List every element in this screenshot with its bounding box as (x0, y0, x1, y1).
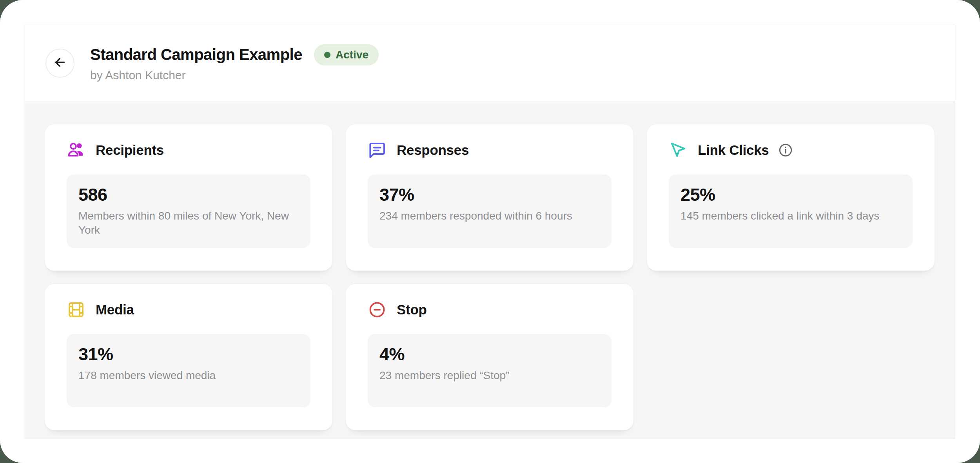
cards-grid: Recipients 586 Members within 80 miles o… (25, 101, 955, 439)
title-block: Standard Campaign Example Active by Asht… (90, 44, 379, 82)
stop-circle-icon (368, 300, 387, 319)
stat-card: Responses 37% 234 members responded with… (345, 124, 634, 271)
stat-description: Members within 80 miles of New York, New… (78, 209, 299, 237)
stat-value: 4% (379, 345, 600, 363)
stat-description: 145 members clicked a link within 3 days (681, 209, 901, 223)
stat-card-header: Link Clicks (669, 141, 913, 160)
stat-box: 4% 23 members replied “Stop” (368, 334, 612, 407)
info-icon[interactable] (778, 142, 793, 158)
stat-box: 25% 145 members clicked a link within 3 … (669, 174, 913, 248)
stat-card: Media 31% 178 members viewed media (44, 283, 333, 430)
stat-card-header: Recipients (67, 141, 310, 160)
stat-box: 37% 234 members responded within 6 hours (368, 174, 612, 248)
stat-card: Stop 4% 23 members replied “Stop” (345, 283, 634, 430)
stat-description: 178 members viewed media (78, 369, 299, 383)
status-badge: Active (314, 44, 379, 65)
stat-value: 586 (78, 185, 299, 204)
stat-card-header: Stop (368, 300, 612, 319)
message-square-icon (368, 141, 387, 160)
arrow-left-icon (53, 55, 67, 71)
stat-box: 586 Members within 80 miles of New York,… (67, 174, 310, 248)
film-icon (67, 300, 85, 319)
status-dot-icon (324, 52, 330, 58)
page-title: Standard Campaign Example (90, 46, 302, 64)
stat-card: Recipients 586 Members within 80 miles o… (44, 124, 333, 271)
stat-description: 234 members responded within 6 hours (379, 209, 600, 223)
stat-value: 37% (379, 185, 600, 204)
app-window: Standard Campaign Example Active by Asht… (0, 0, 980, 463)
cursor-pointer-icon (669, 141, 688, 160)
status-badge-label: Active (336, 49, 368, 61)
stat-card-header: Responses (368, 141, 612, 160)
stat-description: 23 members replied “Stop” (379, 369, 600, 383)
campaign-author: by Ashton Kutcher (90, 69, 379, 82)
campaign-header: Standard Campaign Example Active by Asht… (25, 25, 955, 101)
stat-value: 31% (78, 345, 299, 363)
campaign-detail-panel: Standard Campaign Example Active by Asht… (25, 25, 955, 439)
users-icon (67, 141, 85, 160)
stat-box: 31% 178 members viewed media (67, 334, 310, 407)
back-button[interactable] (45, 49, 74, 78)
stat-card-header: Media (67, 300, 310, 319)
stat-card: Link Clicks 25% 145 members clicked a li… (646, 124, 935, 271)
stat-value: 25% (681, 185, 901, 204)
